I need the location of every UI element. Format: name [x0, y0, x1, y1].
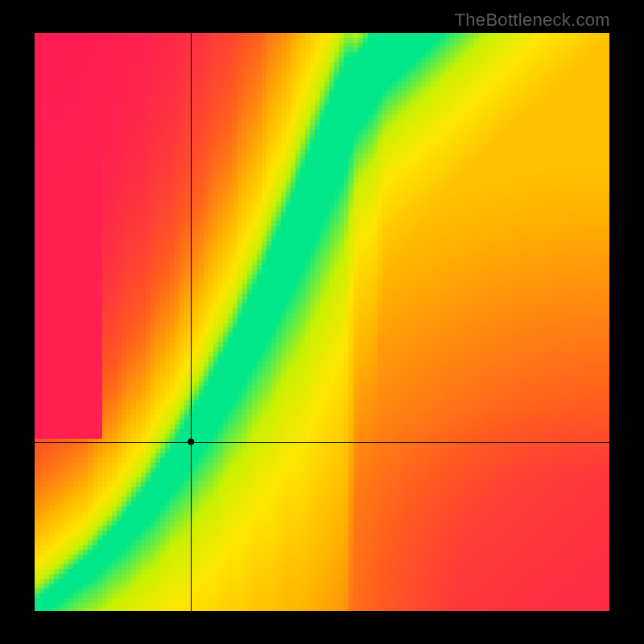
plot-area: [35, 33, 609, 611]
chart-frame: TheBottleneck.com: [0, 0, 644, 644]
heatmap-canvas: [35, 33, 609, 611]
watermark-text: TheBottleneck.com: [455, 10, 610, 31]
